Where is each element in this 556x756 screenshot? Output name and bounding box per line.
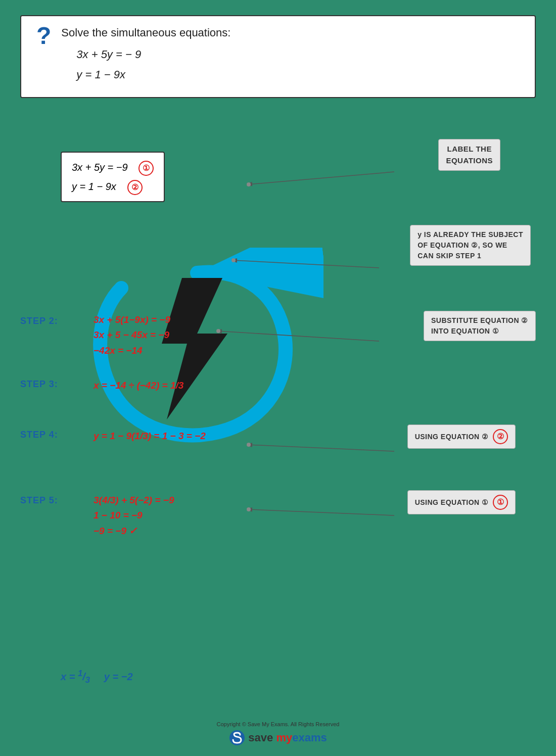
step2-line1: 3x + 5(1−9x) = −9: [94, 312, 170, 327]
footer: Copyright © Save My Exams. All Rights Re…: [0, 721, 556, 746]
svg-point-2: [247, 182, 251, 186]
svg-marker-0: [162, 278, 227, 419]
eq-label-box: 3x + 5y = −9 ① y = 1 − 9x ②: [61, 152, 165, 202]
question-content: Solve the simultaneous equations: 3x + 5…: [61, 26, 520, 84]
step2-line2: 3x + 5 − 45x = −9: [94, 327, 170, 343]
step4-label: STEP 4:: [20, 430, 58, 440]
question-eq1: 3x + 5y = − 9 y = 1 − 9x: [76, 44, 520, 84]
step3-math: x = −14 ÷ (−42) = 1/3: [94, 378, 183, 393]
step3-label: STEP 3:: [20, 379, 58, 390]
step2-line3: −42x = −14: [94, 343, 170, 358]
svg-point-10: [247, 507, 251, 511]
step5-line1: 3(4/3) + 5(−2) = −9: [94, 493, 174, 508]
question-title: Solve the simultaneous equations:: [61, 26, 520, 39]
step4-math: y = 1 − 9(1/3) = 1 − 3 = −2: [94, 429, 206, 444]
callout-substitute: SUBSTITUTE EQUATION ② INTO EQUATION ①: [424, 311, 536, 341]
step5-line3: −9 = −9 ✓: [94, 524, 174, 539]
callout-label-equations: LABEL THE EQUATIONS: [438, 139, 500, 171]
footer-logo: save myexams: [0, 730, 556, 746]
footer-logo-text: save myexams: [248, 731, 327, 744]
circle-2: ②: [127, 180, 143, 195]
callout-using-eq1: USING EQUATION ① ①: [407, 490, 516, 514]
svg-line-1: [248, 172, 394, 184]
callout-using-eq2: USING EQUATION ② ②: [407, 424, 516, 449]
savemyexams-logo-icon: [229, 730, 245, 746]
step5-label: STEP 5:: [20, 495, 58, 506]
step5-math: 3(4/3) + 5(−2) = −9 1 − 10 = −9 −9 = −9 …: [94, 493, 174, 539]
question-box: ? Solve the simultaneous equations: 3x +…: [20, 15, 536, 98]
question-icon: ?: [36, 24, 51, 48]
circle-1: ①: [138, 161, 154, 176]
step2-label: STEP 2:: [20, 316, 58, 326]
footer-copyright: Copyright © Save My Exams. All Rights Re…: [0, 721, 556, 727]
final-answer-text: x = 1/3 y = −2: [61, 671, 133, 682]
final-answer: x = 1/3 y = −2: [61, 669, 133, 685]
labeled-eq2: y = 1 − 9x ②: [72, 177, 154, 196]
step2-math: 3x + 5(1−9x) = −9 3x + 5 − 45x = −9 −42x…: [94, 312, 170, 358]
step5-line2: 1 − 10 = −9: [94, 508, 174, 523]
labeled-eq1: 3x + 5y = −9 ①: [72, 158, 154, 177]
svg-line-9: [248, 509, 394, 515]
callout-skip-step: y IS ALREADY THE SUBJECT OF EQUATION ②, …: [410, 225, 531, 266]
diagram-area: 3x + 5y = −9 ① y = 1 − 9x ② LABEL THE EQ…: [0, 111, 556, 756]
